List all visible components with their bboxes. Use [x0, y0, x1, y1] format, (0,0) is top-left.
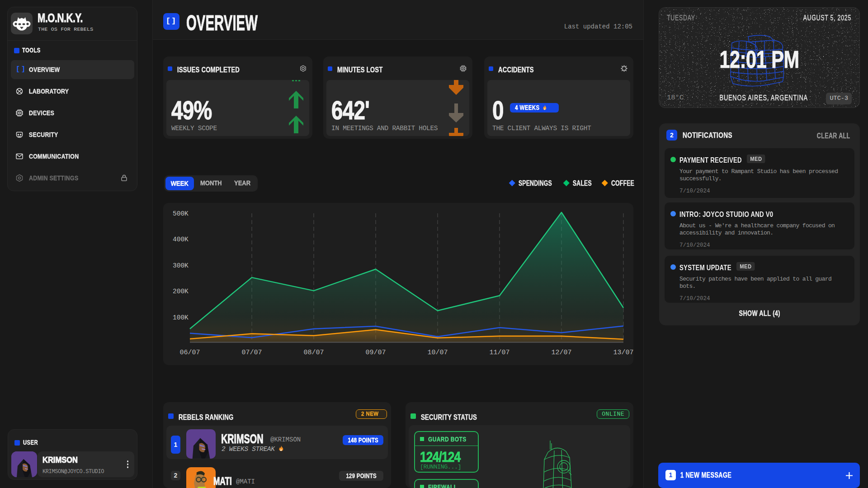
svg-text:06/07: 06/07 [179, 349, 200, 357]
svg-text:13/07: 13/07 [613, 349, 633, 357]
svg-text:12/07: 12/07 [551, 349, 571, 357]
svg-text:07/07: 07/07 [241, 349, 262, 357]
svg-text:400K: 400K [173, 236, 189, 243]
svg-text:200K: 200K [173, 288, 189, 295]
svg-text:300K: 300K [173, 262, 189, 269]
svg-text:10/07: 10/07 [427, 349, 448, 357]
svg-text:100K: 100K [173, 314, 189, 321]
svg-text:08/07: 08/07 [303, 349, 324, 357]
svg-text:500K: 500K [173, 210, 189, 217]
svg-text:11/07: 11/07 [489, 349, 509, 357]
svg-text:09/07: 09/07 [365, 349, 386, 357]
